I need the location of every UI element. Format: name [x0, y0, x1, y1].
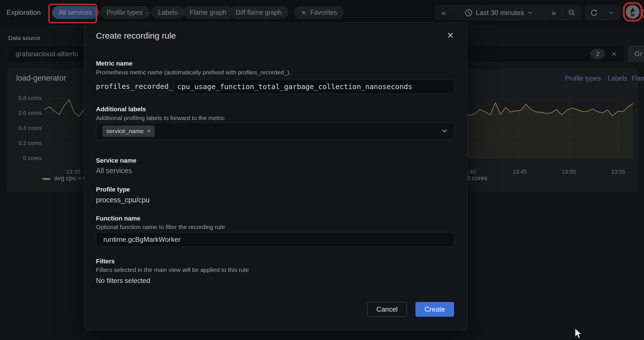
- filters-label: Filters: [96, 258, 115, 265]
- additional-labels-multiselect[interactable]: service_name ×: [96, 122, 455, 140]
- metric-name-prefix: profiles_recorded_: [96, 79, 173, 94]
- filters-description: Filters selected in the main view will b…: [96, 266, 249, 273]
- function-name-input-box: [96, 232, 455, 247]
- metric-name-label: Metric name: [96, 60, 132, 67]
- close-icon[interactable]: ×: [447, 30, 453, 41]
- chevron-down-icon: [442, 129, 447, 133]
- create-recording-rule-modal: Create recording rule × Metric name Prom…: [84, 22, 467, 330]
- create-button-label: Create: [425, 305, 445, 313]
- tag-label: service_name: [106, 128, 144, 135]
- filters-empty-text: No filters selected: [96, 277, 150, 285]
- profile-type-value: process_cpu/cpu: [96, 196, 150, 204]
- cancel-button-label: Cancel: [377, 305, 398, 313]
- metric-name-input-box: [174, 79, 455, 94]
- cancel-button[interactable]: Cancel: [367, 302, 407, 317]
- remove-tag-icon[interactable]: ×: [147, 127, 151, 135]
- service-name-label: Service name: [96, 157, 136, 164]
- create-button[interactable]: Create: [415, 302, 454, 317]
- additional-labels-description: Additional profiling labels to forward t…: [96, 115, 225, 121]
- profile-type-label: Profile type: [96, 186, 130, 193]
- additional-labels-label: Additional labels: [96, 106, 146, 113]
- selected-label-tag[interactable]: service_name ×: [103, 125, 155, 137]
- metric-name-description: Prometheus metric name (automatically pr…: [96, 69, 291, 76]
- service-name-value: All services: [96, 167, 132, 175]
- function-name-description: Optional function name to filter the rec…: [96, 224, 225, 230]
- modal-title: Create recording rule: [96, 31, 176, 41]
- function-name-label: Function name: [96, 215, 140, 222]
- app-screen: Exploration All services — Profile types…: [0, 0, 644, 340]
- metric-name-input[interactable]: [174, 79, 454, 94]
- function-name-input[interactable]: [96, 232, 454, 247]
